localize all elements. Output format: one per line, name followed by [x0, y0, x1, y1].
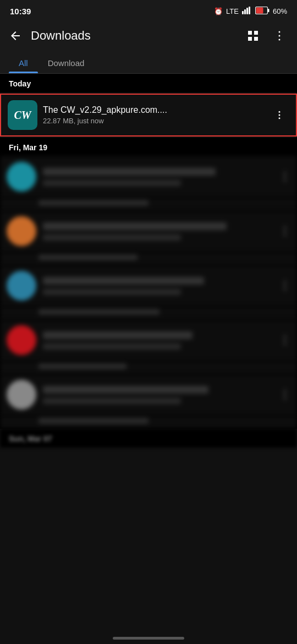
svg-rect-5 — [268, 9, 270, 12]
highlighted-download-item[interactable]: CW The CW_v2.29_apkpure.com.... 22.87 MB… — [0, 94, 297, 137]
blurred-text-3 — [36, 277, 279, 295]
svg-point-12 — [279, 117, 280, 119]
blurred-text-4 — [36, 331, 279, 350]
grid-view-button[interactable] — [241, 24, 265, 48]
svg-point-7 — [279, 31, 280, 33]
item-more-button[interactable] — [270, 105, 289, 125]
signal-icon — [242, 7, 252, 16]
home-indicator — [113, 637, 184, 640]
svg-point-10 — [279, 111, 280, 113]
svg-rect-0 — [242, 11, 244, 14]
blurred-item-2[interactable] — [0, 211, 297, 252]
svg-point-11 — [279, 114, 280, 116]
blurred-text-1 — [36, 168, 279, 186]
blurred-icon-1 — [7, 162, 36, 192]
blurred-more-3 — [279, 280, 290, 291]
blurred-icon-3 — [7, 271, 36, 301]
section-sun: Sun, Mar 07 — [0, 429, 297, 447]
blurred-item-1[interactable] — [0, 156, 297, 198]
blurred-more-1 — [279, 171, 290, 182]
svg-point-8 — [279, 35, 280, 37]
svg-point-9 — [279, 39, 280, 41]
svg-rect-6 — [256, 7, 263, 13]
more-options-button[interactable] — [267, 24, 292, 48]
lte-icon: LTE — [226, 7, 239, 15]
blurred-section — [0, 156, 297, 429]
status-bar: 10:39 ⏰ LTE 60% — [0, 0, 297, 20]
blurred-icon-2 — [7, 216, 36, 246]
blurred-more-4 — [279, 335, 290, 346]
app-bar-actions — [241, 24, 292, 48]
item-meta: 22.87 MB, just now — [43, 117, 264, 125]
status-icons: ⏰ LTE 60% — [214, 7, 287, 16]
blurred-more-5 — [279, 389, 290, 400]
battery-percent: 60% — [273, 7, 287, 15]
tab-download[interactable]: Download — [38, 52, 95, 73]
blurred-icon-5 — [7, 380, 36, 410]
section-fri: Fri, Mar 19 — [0, 138, 297, 156]
cw-app-icon: CW — [8, 100, 37, 130]
blurred-more-2 — [279, 226, 290, 237]
blurred-text-2 — [36, 222, 279, 241]
blurred-text-5 — [36, 386, 279, 404]
item-info: The CW_v2.29_apkpure.com.... 22.87 MB, j… — [37, 105, 270, 125]
blurred-item-5[interactable] — [0, 374, 297, 416]
blurred-icon-4 — [7, 325, 36, 355]
back-button[interactable] — [3, 24, 28, 48]
tab-all[interactable]: All — [9, 52, 38, 73]
status-time: 10:39 — [10, 7, 31, 16]
svg-rect-1 — [244, 9, 246, 14]
page-title: Downloads — [31, 29, 241, 43]
app-bar: Downloads — [0, 20, 297, 52]
blurred-item-4[interactable] — [0, 320, 297, 361]
tabs: All Download — [0, 52, 297, 74]
svg-rect-2 — [246, 8, 248, 14]
section-today: Today — [0, 74, 297, 92]
battery-icon — [255, 7, 270, 16]
alarm-icon: ⏰ — [214, 7, 223, 15]
blurred-item-3[interactable] — [0, 265, 297, 307]
svg-rect-3 — [249, 7, 250, 14]
item-title: The CW_v2.29_apkpure.com.... — [43, 105, 264, 115]
